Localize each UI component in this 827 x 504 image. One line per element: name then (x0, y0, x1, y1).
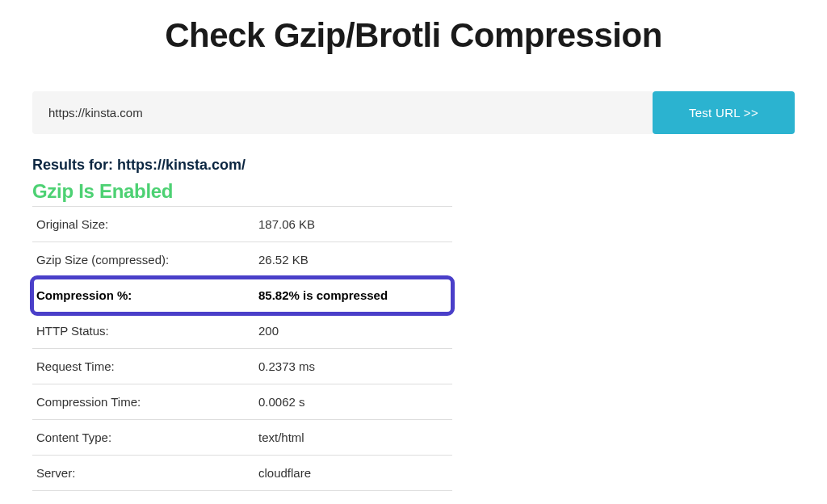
result-label: HTTP Status: (32, 313, 254, 349)
table-row: Compression %:85.82% is compressed (32, 278, 452, 313)
result-value: text/html (254, 420, 452, 456)
result-value: 0.0062 s (254, 384, 452, 420)
url-input[interactable] (32, 91, 653, 134)
result-value: cloudflare (254, 456, 452, 491)
test-url-button[interactable]: Test URL >> (653, 91, 795, 134)
table-row: Request Time:0.2373 ms (32, 349, 452, 384)
result-label: Request Time: (32, 349, 254, 384)
table-row: Compression Time:0.0062 s (32, 384, 452, 420)
result-label: Gzip Size (compressed): (32, 242, 254, 278)
table-row: Server:cloudflare (32, 456, 452, 491)
results-table: Original Size:187.06 KBGzip Size (compre… (32, 206, 452, 491)
result-label: Compression %: (32, 278, 254, 313)
result-value: 26.52 KB (254, 242, 452, 278)
result-value: 187.06 KB (254, 207, 452, 242)
result-value: 200 (254, 313, 452, 349)
table-row: HTTP Status:200 (32, 313, 452, 349)
result-value: 85.82% is compressed (254, 278, 452, 313)
result-label: Content Type: (32, 420, 254, 456)
result-label: Original Size: (32, 207, 254, 242)
table-row: Gzip Size (compressed):26.52 KB (32, 242, 452, 278)
result-label: Compression Time: (32, 384, 254, 420)
results-for-prefix: Results for: (32, 157, 117, 173)
table-row: Original Size:187.06 KB (32, 207, 452, 242)
results-for-label: Results for: https://kinsta.com/ (32, 157, 795, 174)
gzip-status-heading: Gzip Is Enabled (32, 180, 795, 203)
page-title: Check Gzip/Brotli Compression (32, 16, 795, 55)
result-value: 0.2373 ms (254, 349, 452, 384)
table-row: Content Type:text/html (32, 420, 452, 456)
result-label: Server: (32, 456, 254, 491)
results-for-url: https://kinsta.com/ (117, 157, 246, 173)
search-row: Test URL >> (32, 91, 795, 134)
